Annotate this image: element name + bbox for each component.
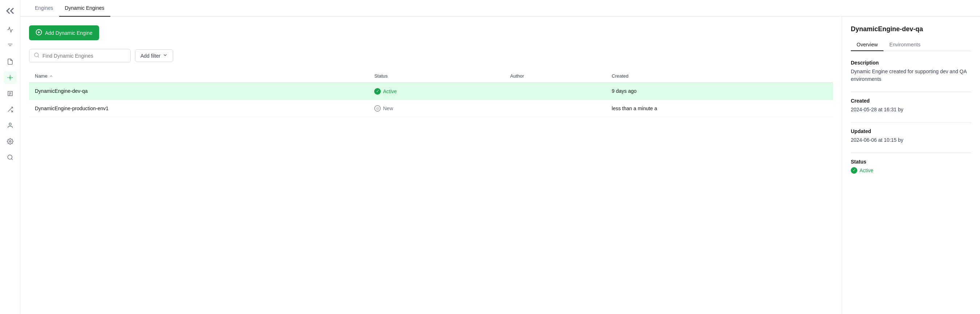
divider-3 [851, 153, 971, 153]
status-active: ✓ Active [374, 88, 397, 95]
detail-tab-environments[interactable]: Environments [883, 39, 926, 51]
tab-engines[interactable]: Engines [29, 0, 59, 17]
add-button-label: Add Dynamic Engine [45, 30, 92, 36]
svg-point-15 [8, 155, 12, 159]
sidebar [0, 0, 20, 314]
detail-created-label: Created [851, 98, 971, 104]
users-icon[interactable] [4, 119, 17, 132]
divider-1 [851, 92, 971, 92]
detail-tab-overview[interactable]: Overview [851, 39, 883, 51]
tasks-icon[interactable] [4, 55, 17, 68]
detail-updated-label: Updated [851, 128, 971, 134]
status-active-label: Active [383, 89, 397, 94]
cell-created: 9 days ago [606, 82, 833, 100]
col-created: Created [606, 70, 833, 82]
svg-point-20 [35, 53, 38, 57]
cell-name: DynamicEngine-dev-qa [29, 82, 368, 100]
search-icon [34, 52, 40, 59]
svg-point-6 [7, 77, 8, 78]
add-filter-label: Add filter [140, 53, 161, 59]
cell-created: less than a minute a [606, 100, 833, 117]
detail-description-section: Description Dynamic Engine created for s… [851, 60, 971, 83]
new-circle-icon: ⊘ [374, 105, 381, 112]
cell-status: ⊘ New [368, 100, 504, 117]
search-wrap [29, 49, 130, 62]
divider-2 [851, 122, 971, 122]
svg-line-16 [11, 159, 12, 160]
tab-dynamic-engines[interactable]: Dynamic Engines [59, 0, 110, 17]
documents-icon[interactable] [4, 87, 17, 100]
table-row[interactable]: DynamicEngine-dev-qa ✓ Active 9 days ago [29, 82, 833, 100]
table-section: Add Dynamic Engine Add filter [20, 17, 842, 314]
detail-updated-section: Updated 2024-06-06 at 10:15 by [851, 128, 971, 144]
cell-author [504, 100, 606, 117]
main-tabs: Engines Dynamic Engines [20, 0, 980, 17]
content-area: Add Dynamic Engine Add filter [20, 17, 980, 314]
dynamic-engines-icon[interactable] [4, 71, 17, 84]
main-area: Engines Dynamic Engines Add Dynamic Engi… [20, 0, 980, 314]
svg-point-3 [9, 77, 11, 79]
svg-point-13 [9, 123, 11, 125]
detail-created-value: 2024-05-28 at 16:31 by [851, 106, 971, 114]
filter-bar: Add filter [29, 49, 833, 62]
add-dynamic-engine-button[interactable]: Add Dynamic Engine [29, 25, 99, 40]
table-row[interactable]: DynamicEngine-production-env1 ⊘ New less… [29, 100, 833, 117]
status-new: ⊘ New [374, 105, 393, 112]
detail-description-label: Description [851, 60, 971, 66]
filters-icon[interactable] [4, 39, 17, 52]
svg-line-21 [38, 56, 39, 57]
active-check-icon: ✓ [374, 88, 381, 95]
detail-status-value: ✓ Active [851, 167, 873, 174]
cell-author [504, 82, 606, 100]
col-status: Status [368, 70, 504, 82]
settings-icon[interactable] [4, 135, 17, 148]
search-input[interactable] [43, 53, 126, 59]
cell-name: DynamicEngine-production-env1 [29, 100, 368, 117]
col-author: Author [504, 70, 606, 82]
detail-updated-value: 2024-06-06 at 10:15 by [851, 136, 971, 144]
svg-point-14 [9, 141, 11, 143]
detail-description-value: Dynamic Engine created for supporting de… [851, 68, 971, 83]
detail-status-section: Status ✓ Active [851, 159, 971, 174]
chevron-down-icon [162, 52, 168, 59]
detail-status-label: Status [851, 159, 971, 165]
integrations-icon[interactable] [4, 103, 17, 116]
detail-status-text: Active [859, 168, 873, 173]
cell-status: ✓ Active [368, 82, 504, 100]
search-bottom-icon[interactable] [4, 151, 17, 164]
add-filter-button[interactable]: Add filter [135, 49, 173, 62]
svg-point-5 [10, 79, 10, 80]
detail-status-icon: ✓ [851, 167, 858, 174]
detail-title: DynamicEngine-dev-qa [851, 25, 971, 33]
svg-point-4 [10, 75, 10, 76]
engines-table: Name Status Author Created DynamicEngine… [29, 70, 833, 117]
sidebar-toggle[interactable] [4, 4, 17, 17]
activity-icon[interactable] [4, 23, 17, 36]
plus-circle-icon [35, 29, 42, 36]
detail-panel: DynamicEngine-dev-qa Overview Environmen… [842, 17, 980, 314]
col-name[interactable]: Name [29, 70, 368, 82]
svg-point-7 [12, 77, 12, 78]
status-new-label: New [383, 106, 393, 111]
detail-tabs: Overview Environments [851, 39, 971, 51]
detail-created-section: Created 2024-05-28 at 16:31 by [851, 98, 971, 114]
